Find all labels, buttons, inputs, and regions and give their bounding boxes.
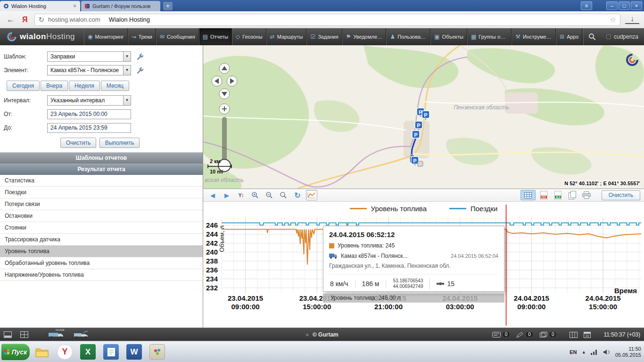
bookmark-star-icon[interactable]: ☆ (610, 16, 616, 24)
table-view-button[interactable] (520, 190, 536, 200)
language-indicator[interactable]: EN (570, 349, 577, 355)
nav-item-tracks[interactable]: ↝Треки (128, 28, 156, 45)
chart-mode-button[interactable] (306, 190, 317, 200)
map-marker-badge[interactable] (418, 161, 423, 166)
tab-close-icon[interactable]: × (73, 3, 76, 9)
nav-item-apps[interactable]: ⊞Apps (556, 28, 582, 45)
grid-panel-toggle-icon[interactable] (20, 331, 28, 338)
parking-marker[interactable]: P (422, 111, 429, 120)
export-excel-button[interactable]: XLS (553, 190, 564, 200)
downloads-button[interactable]: ↓ (625, 16, 639, 24)
copy-report-button[interactable] (567, 190, 578, 200)
refresh-button[interactable]: ↻ (292, 190, 303, 200)
nav-item-messages[interactable]: ✉Сообщения (156, 28, 199, 45)
yandex-browser-icon[interactable]: Y (57, 344, 73, 360)
to-date-input[interactable]: 24 Апрель 2015 23:59 (47, 123, 131, 133)
clear-button[interactable]: Очистить (60, 138, 96, 148)
nav-item-monitoring[interactable]: ◉Мониторинг (84, 28, 128, 45)
unit-select[interactable]: Камаз к857нк - Полянское▼ (47, 65, 131, 75)
loader-app-icon[interactable] (74, 331, 91, 339)
execute-button[interactable]: Выполнить (99, 138, 140, 148)
quick-today-button[interactable]: Сегодня (7, 81, 40, 91)
report-row-connection-loss[interactable]: Потери связи (0, 198, 203, 210)
nav-item-jobs[interactable]: ☑Задания (306, 28, 342, 45)
search-button[interactable] (583, 28, 601, 45)
trailer-app-icon[interactable] (48, 331, 65, 339)
nav-item-tools[interactable]: ⚒Инструменты (512, 28, 556, 45)
network-icon[interactable] (591, 349, 597, 355)
report-row-statistics[interactable]: Статистика (0, 175, 203, 187)
user-menu[interactable]: cudpenza (601, 28, 644, 45)
window-minimize-button[interactable]: – (606, 1, 618, 10)
report-row-parkings[interactable]: Стоянки (0, 222, 203, 234)
excel-icon[interactable]: X (80, 344, 96, 360)
chevron-down-icon[interactable]: ▼ (123, 52, 131, 61)
chevron-down-icon[interactable]: ▼ (123, 66, 131, 75)
browser-tab-gurtam[interactable]: Gurtam / Форум пользов (81, 1, 160, 11)
messages-counter[interactable]: 0 (492, 331, 511, 338)
word-icon[interactable]: W (126, 344, 142, 360)
zoom-reset-button[interactable] (278, 190, 289, 200)
browser-menu-button[interactable]: ≡ (581, 1, 592, 10)
from-date-input[interactable]: 23 Апрель 2015 00:00 (47, 109, 131, 119)
nav-item-notifications[interactable]: ⚑Уведомления (342, 28, 387, 45)
interval-select[interactable]: Указанный интервал▼ (47, 95, 131, 106)
chart-prev-button[interactable]: ◀ (207, 190, 218, 200)
nav-item-reports[interactable]: ▤Отчеты (199, 28, 232, 45)
yandex-menu-button[interactable]: Я (22, 16, 28, 24)
nav-item-units[interactable]: ▣Объекты (430, 28, 467, 45)
chart-next-button[interactable]: ▶ (221, 190, 232, 200)
unit-edit-wrench-icon[interactable] (136, 66, 143, 74)
quick-yesterday-button[interactable]: Вчера (41, 81, 68, 91)
map[interactable]: Пензенская область вская область PPPPP (203, 45, 644, 189)
axis-scale-button[interactable]: Y↕ (235, 190, 247, 200)
browser-tab-wialon[interactable]: Wialon Hosting × (0, 1, 80, 11)
clear-report-button[interactable]: Очистить (602, 190, 640, 200)
parking-marker[interactable]: P (415, 121, 422, 130)
notes-icon[interactable] (103, 344, 119, 360)
tray-expand-icon[interactable]: ▴ (582, 349, 585, 355)
parking-marker[interactable]: P (412, 131, 420, 140)
explorer-folder-icon[interactable] (34, 344, 50, 360)
window-close-button[interactable]: × (631, 1, 642, 10)
volume-icon[interactable] (603, 349, 610, 355)
url-field[interactable]: ↻ hosting.wialon.com Wialon Hosting ☆ (34, 14, 621, 26)
template-select[interactable]: Заправки▼ (47, 51, 131, 62)
zoom-slider-track[interactable] (222, 117, 227, 164)
report-row-fuel-level[interactable]: Уровень топлива (0, 246, 203, 257)
columns-icon[interactable] (570, 332, 578, 338)
quick-week-button[interactable]: Неделя (69, 81, 100, 91)
gurtam-link[interactable]: © Gurtam (313, 331, 339, 338)
taskbar-clock[interactable]: 11:5005.05.2015 (615, 346, 641, 358)
report-row-trips[interactable]: Поездки (0, 187, 203, 198)
photos-counter[interactable]: 0 (540, 331, 557, 338)
drivers-counter[interactable]: 0 (516, 331, 534, 338)
print-button[interactable] (581, 190, 592, 200)
zoom-in-chart-button[interactable] (249, 190, 261, 200)
report-row-sensor-tracing[interactable]: Трассировка датчика (0, 234, 203, 246)
reload-icon[interactable]: ↻ (39, 16, 45, 24)
template-edit-wrench-icon[interactable] (136, 53, 143, 60)
nav-item-users[interactable]: ♟Пользователи (386, 28, 430, 45)
nav-item-geofences[interactable]: ◇Геозоны (232, 28, 266, 45)
paint-icon[interactable] (149, 344, 165, 360)
report-row-stops[interactable]: Остановки (0, 210, 203, 222)
export-pdf-button[interactable]: PDF (538, 190, 550, 200)
new-tab-button[interactable]: + (163, 2, 173, 10)
expand-icon[interactable]: » (305, 331, 309, 338)
section-report-templates[interactable]: Шаблоны отчетов (0, 152, 203, 164)
report-row-processed-fuel-level[interactable]: Обработанный уровень топлива (0, 257, 203, 269)
quick-month-button[interactable]: Месяц (101, 81, 129, 91)
window-maximize-button[interactable]: □ (619, 1, 630, 10)
report-row-voltage-fuel-level[interactable]: Напряжение/Уровень топлива (0, 269, 203, 281)
section-report-result[interactable]: Результат отчета (0, 164, 203, 175)
chart-legend: Уровень топлива Поездки (203, 203, 644, 214)
back-button[interactable]: ← (7, 15, 15, 25)
zoom-out-chart-button[interactable] (264, 190, 275, 200)
start-button[interactable]: Пуск (1, 344, 30, 360)
chevron-down-icon[interactable]: ▼ (123, 96, 131, 105)
bottom-panel-toggle-icon[interactable] (4, 331, 12, 338)
nav-item-unit-groups[interactable]: ▦Группы объектов (467, 28, 512, 45)
calendar-icon[interactable] (584, 331, 591, 338)
nav-item-routes[interactable]: ⇄Маршруты (266, 28, 307, 45)
